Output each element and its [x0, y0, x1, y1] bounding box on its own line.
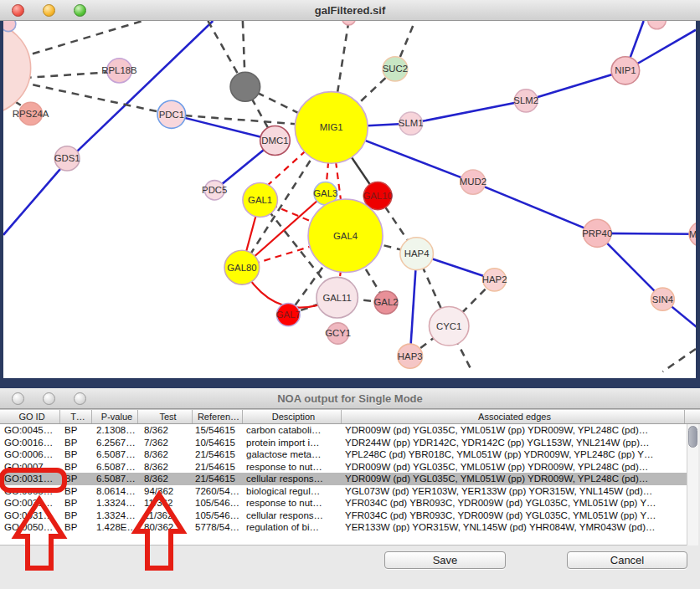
node-HAP2[interactable]: HAP2	[482, 269, 507, 291]
table-row[interactable]: GO:0007…BP6.5087…8/36221/54615response t…	[0, 461, 687, 474]
column-header-test[interactable]: Test	[138, 410, 193, 423]
graph-edge[interactable]	[473, 182, 597, 233]
cell-description: biological regul…	[243, 485, 342, 498]
node-GAL80[interactable]: GAL80	[224, 250, 260, 284]
node-GAL1[interactable]: GAL1	[243, 183, 278, 218]
cell-associated-edges: YFR034C (pd) YBR093C, YDR009W (pd) YGL03…	[342, 497, 685, 510]
node-SUC2[interactable]: SUC2	[383, 57, 408, 81]
node-SLM1[interactable]: SLM1	[399, 112, 424, 135]
node-label: GAL3	[313, 188, 337, 198]
column-header-go-id[interactable]: GO ID	[0, 410, 60, 423]
table-scrollbar[interactable]	[687, 424, 698, 545]
cell-reference: 105/546…	[193, 497, 243, 510]
graph-edge[interactable]	[337, 21, 349, 100]
cell-go-id: GO:0007…	[0, 461, 60, 474]
cell-go-id: GO:0031…	[0, 510, 60, 522]
table-row[interactable]: GO:0045…BP2.1308…8/36215/54615carbon cat…	[0, 424, 687, 437]
cell-p-value: 2.1308…	[92, 424, 138, 437]
column-header-p-value[interactable]: P-value	[92, 410, 138, 423]
noa-window: NOA output for Single Mode GO ID T… P-va…	[0, 388, 700, 589]
zoom-button[interactable]	[74, 4, 86, 17]
cell-description: regulation of bi…	[243, 521, 342, 534]
graph-edge[interactable]	[526, 70, 625, 100]
cell-go-id: GO:0031…	[0, 497, 60, 510]
graph-edge[interactable]	[662, 349, 696, 371]
node-GCY1[interactable]: GCY1	[325, 323, 351, 344]
noa-window-titlebar[interactable]: NOA output for Single Mode	[0, 388, 700, 409]
node-RPS24A[interactable]: RPS24A	[13, 102, 49, 125]
cell-associated-edges: YDR009W (pd) YGL035C, YML051W (pp) YDR00…	[342, 473, 685, 485]
table-row[interactable]: GO:0065…BP8.0614…94/3627260/54…biologica…	[0, 485, 687, 498]
graph-edge[interactable]	[3, 160, 68, 234]
node-SLM2[interactable]: SLM2	[513, 90, 538, 112]
node-MSL5[interactable]: MSL5	[689, 222, 696, 246]
graph-edge[interactable]	[24, 72, 110, 78]
table-row[interactable]: GO:0006…BP6.5087…8/36221/54615galactose …	[0, 448, 687, 461]
node-GDS1[interactable]: GDS1	[54, 146, 80, 171]
node-label: SIN4	[652, 294, 673, 305]
node-label: PDC5	[202, 185, 227, 195]
node-HAP3[interactable]: HAP3	[398, 344, 423, 368]
cell-reference: 15/54615	[193, 424, 243, 437]
table-row[interactable]: GO:0031…BP1.3324…11/362105/546…response …	[0, 497, 687, 510]
zoom-button[interactable]	[74, 392, 86, 405]
cell-reference: 21/54615	[193, 448, 243, 461]
node-label: CYC1	[436, 321, 461, 331]
network-canvas[interactable]: RPL18BRPS24AGDS1PDC1DMC1MIG1SUC2SLM1SLM2…	[0, 21, 700, 388]
minimize-button[interactable]	[43, 4, 55, 17]
scrollbar-thumb[interactable]	[688, 426, 697, 448]
node-label: SUC2	[383, 64, 408, 74]
node-top-cut-1[interactable]	[342, 21, 356, 25]
close-button[interactable]	[12, 4, 24, 17]
node-label: NIP1	[615, 65, 636, 75]
node-tiny-topleft[interactable]	[3, 21, 16, 32]
table-row[interactable]: GO:0031…BP6.5087…8/36221/54615cellular r…	[0, 473, 687, 485]
save-button[interactable]: Save	[384, 551, 506, 569]
column-header-description[interactable]: Desciption	[243, 410, 342, 423]
node-DMC1[interactable]: DMC1	[260, 125, 291, 155]
node-label: MSL5	[689, 229, 696, 239]
table-row[interactable]: GO:0031…BP1.3324…11/362105/546…cellular …	[0, 510, 687, 522]
node-HAP4[interactable]: HAP4	[400, 238, 434, 270]
node-gray-node[interactable]	[230, 72, 260, 101]
node-PDC1[interactable]: PDC1	[157, 100, 186, 128]
graph-edge[interactable]	[68, 21, 213, 160]
column-header-reference[interactable]: Referen…	[193, 410, 243, 423]
cell-p-value: 6.5087…	[92, 448, 138, 461]
node-top-cut-2[interactable]	[648, 21, 667, 29]
cell-type: BP	[60, 485, 92, 498]
node-GAL2[interactable]: GAL2	[373, 291, 398, 314]
cell-go-id: GO:0016…	[0, 437, 60, 449]
cell-p-value: 6.5087…	[92, 473, 138, 485]
cell-test: 8/362	[138, 461, 193, 474]
node-label: HAP4	[404, 248, 430, 259]
node-NIP1[interactable]: NIP1	[611, 57, 640, 85]
cancel-button[interactable]: Cancel	[567, 551, 687, 569]
graph-edge[interactable]	[172, 115, 275, 141]
cell-associated-edges: YGL073W (pd) YER103W, YER133W (pp) YOR31…	[342, 485, 685, 498]
node-GAL7[interactable]: GAL7	[276, 304, 301, 326]
node-RPL18B[interactable]: RPL18B	[101, 59, 136, 83]
column-header-associated-edges[interactable]: Associated edges	[342, 410, 685, 423]
node-SIN4[interactable]: SIN4	[651, 288, 675, 310]
graph-edge[interactable]	[20, 21, 142, 58]
column-header-spacer	[685, 410, 700, 423]
table-row[interactable]: GO:0016…BP6.2567…7/36210/54615protein im…	[0, 437, 687, 449]
node-MIG1[interactable]: MIG1	[295, 92, 368, 164]
node-MUD2[interactable]: MUD2	[460, 170, 486, 194]
column-header-type[interactable]: T…	[60, 410, 92, 423]
cell-p-value: 1.3324…	[92, 497, 138, 510]
node-GAL4[interactable]: GAL4	[308, 199, 383, 273]
cell-reference: 10/54615	[193, 437, 243, 449]
graph-edge[interactable]	[411, 100, 527, 123]
table-row[interactable]: GO:0050…BP1.428E…80/3625778/54…regulatio…	[0, 521, 687, 534]
node-CYC1[interactable]: CYC1	[429, 306, 468, 346]
cell-description: cellular respons…	[243, 473, 342, 485]
network-window-titlebar[interactable]: galFiltered.sif	[0, 0, 700, 21]
node-PRP40[interactable]: PRP40	[582, 219, 612, 247]
minimize-button[interactable]	[43, 392, 55, 405]
node-label: SLM2	[513, 95, 538, 105]
close-button[interactable]	[12, 392, 24, 405]
node-GAL11[interactable]: GAL11	[317, 277, 358, 318]
node-big-left[interactable]	[3, 22, 31, 115]
